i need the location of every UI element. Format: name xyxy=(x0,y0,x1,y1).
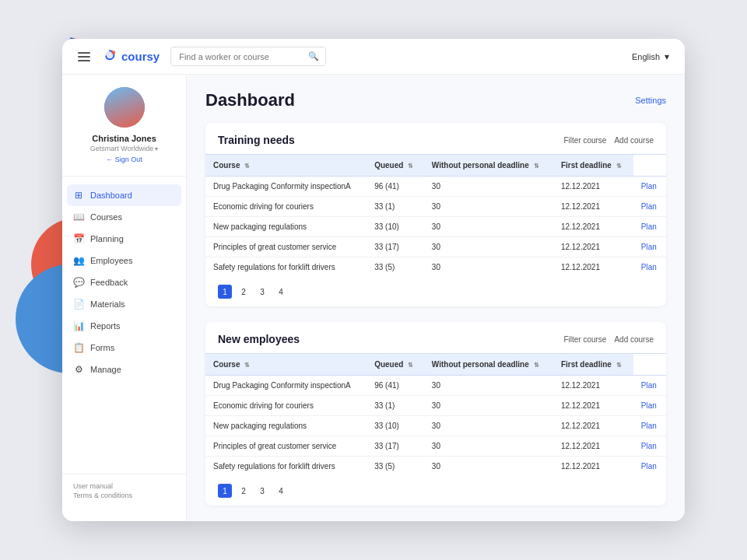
sidebar-item-feedback[interactable]: 💬 Feedback xyxy=(67,271,181,293)
sidebar-item-manage[interactable]: ⚙ Manage xyxy=(67,359,181,380)
page-1[interactable]: 1 xyxy=(218,285,232,299)
page-2[interactable]: 2 xyxy=(237,285,251,299)
plan-link[interactable]: Plan xyxy=(641,442,657,450)
add-course-link-2[interactable]: Add course xyxy=(614,335,654,344)
new-employees-title: New employees xyxy=(218,333,300,345)
plan-link[interactable]: Plan xyxy=(641,182,657,191)
hamburger-icon[interactable] xyxy=(78,52,90,61)
plan-link[interactable]: Plan xyxy=(641,422,657,430)
ne-page-2[interactable]: 2 xyxy=(237,484,251,498)
course-cell: Drug Packaging Conformity inspectionA xyxy=(205,177,366,197)
language-selector[interactable]: English xyxy=(632,52,660,61)
top-bar: coursy 🔍 English ▾ xyxy=(62,39,685,75)
sidebar-item-planning[interactable]: 📅 Planning xyxy=(67,228,181,250)
plan-link[interactable]: Plan xyxy=(641,462,657,471)
dashboard-icon: ⊞ xyxy=(73,190,84,201)
terms-link[interactable]: Terms & conditions xyxy=(73,492,175,499)
user-org-label: Getsmart Worldwide xyxy=(90,145,153,152)
action-cell: Plan xyxy=(633,217,666,237)
table-row: Economic driving for couriers 33 (1) 30 … xyxy=(205,396,666,416)
ne-page-3[interactable]: 3 xyxy=(255,484,269,498)
col-without-deadline-2[interactable]: Without personal deadline ⇅ xyxy=(424,354,553,376)
user-manual-link[interactable]: User manual xyxy=(73,482,175,490)
table-row: Principles of great customer service 33 … xyxy=(205,237,666,257)
new-employees-pagination: 1 2 3 4 xyxy=(205,476,666,506)
filter-course-link-2[interactable]: Filter course xyxy=(563,335,606,344)
avatar xyxy=(104,87,145,128)
add-course-link-1[interactable]: Add course xyxy=(614,136,654,145)
new-employees-section: New employees Filter course Add course C… xyxy=(205,322,666,506)
col-course-1[interactable]: Course ⇅ xyxy=(205,155,366,177)
without-deadline-cell: 30 xyxy=(424,257,553,278)
new-employees-table: Course ⇅ Queued ⇅ Without personal deadl… xyxy=(205,353,666,476)
sidebar-item-forms[interactable]: 📋 Forms xyxy=(67,337,181,359)
course-cell: Principles of great customer service xyxy=(205,436,366,457)
window-card: coursy 🔍 English ▾ Christina Jones Getsm… xyxy=(62,39,685,521)
settings-link[interactable]: Settings xyxy=(635,96,666,105)
first-deadline-cell: 12.12.2021 xyxy=(553,237,633,257)
col-first-deadline-2[interactable]: First deadline ⇅ xyxy=(553,354,633,376)
ne-page-1[interactable]: 1 xyxy=(218,484,232,498)
without-deadline-cell: 30 xyxy=(424,416,553,436)
page-header: Dashboard Settings xyxy=(205,90,666,110)
training-needs-section: Training needs Filter course Add course … xyxy=(205,123,666,306)
body-layout: Christina Jones Getsmart Worldwide ▾ ← S… xyxy=(62,75,685,521)
new-employees-actions: Filter course Add course xyxy=(563,335,654,344)
courses-icon: 📖 xyxy=(73,212,84,222)
action-cell: Plan xyxy=(633,177,666,197)
plan-link[interactable]: Plan xyxy=(641,222,657,231)
course-cell: New packaging regulations xyxy=(205,416,366,436)
col-queued-1[interactable]: Queued ⇅ xyxy=(366,155,424,177)
first-deadline-cell: 12.12.2021 xyxy=(553,376,633,396)
sign-out-link[interactable]: ← Sign Out xyxy=(106,156,142,163)
sidebar-item-employees[interactable]: 👥 Employees xyxy=(67,250,181,271)
search-input[interactable] xyxy=(171,48,302,65)
sidebar-item-reports[interactable]: 📊 Reports xyxy=(67,315,181,337)
new-employees-header: New employees Filter course Add course xyxy=(205,322,666,353)
queued-cell: 33 (10) xyxy=(366,217,424,237)
course-cell: Safety regulations for forklift drivers xyxy=(205,257,366,278)
sidebar-item-materials[interactable]: 📄 Materials xyxy=(67,293,181,315)
plan-link[interactable]: Plan xyxy=(641,381,657,390)
filter-course-link-1[interactable]: Filter course xyxy=(563,136,606,145)
search-button[interactable]: 🔍 xyxy=(302,47,325,65)
first-deadline-cell: 12.12.2021 xyxy=(553,217,633,237)
table-row: Drug Packaging Conformity inspectionA 96… xyxy=(205,177,666,197)
queued-cell: 96 (41) xyxy=(366,177,424,197)
page-4[interactable]: 4 xyxy=(274,285,288,299)
planning-icon: 📅 xyxy=(73,233,84,244)
first-deadline-cell: 12.12.2021 xyxy=(553,197,633,217)
first-deadline-cell: 12.12.2021 xyxy=(553,457,633,477)
plan-link[interactable]: Plan xyxy=(641,401,657,410)
plan-link[interactable]: Plan xyxy=(641,263,657,271)
sidebar-item-dashboard[interactable]: ⊞ Dashboard xyxy=(67,184,181,206)
reports-icon: 📊 xyxy=(73,320,84,331)
sidebar-item-courses[interactable]: 📖 Courses xyxy=(67,206,181,228)
plan-link[interactable]: Plan xyxy=(641,202,657,211)
col-course-2[interactable]: Course ⇅ xyxy=(205,354,366,376)
col-first-deadline-1[interactable]: First deadline ⇅ xyxy=(553,155,633,177)
page-3[interactable]: 3 xyxy=(255,285,269,299)
without-deadline-cell: 30 xyxy=(424,436,553,457)
user-section: Christina Jones Getsmart Worldwide ▾ ← S… xyxy=(62,87,186,177)
org-chevron-icon: ▾ xyxy=(155,145,158,152)
ne-page-4[interactable]: 4 xyxy=(274,484,288,498)
queued-cell: 96 (41) xyxy=(366,376,424,396)
table-row: Drug Packaging Conformity inspectionA 96… xyxy=(205,376,666,396)
lang-chevron-icon: ▾ xyxy=(665,51,669,62)
col-without-deadline-1[interactable]: Without personal deadline ⇅ xyxy=(424,155,553,177)
queued-cell: 33 (1) xyxy=(366,197,424,217)
top-logo: coursy xyxy=(101,48,160,65)
col-queued-2[interactable]: Queued ⇅ xyxy=(366,354,424,376)
table-row: New packaging regulations 33 (10) 30 12.… xyxy=(205,416,666,436)
table-row: Safety regulations for forklift drivers … xyxy=(205,457,666,477)
action-cell: Plan xyxy=(633,197,666,217)
feedback-icon: 💬 xyxy=(73,277,84,288)
svg-point-3 xyxy=(111,51,115,54)
user-org[interactable]: Getsmart Worldwide ▾ xyxy=(90,145,158,152)
plan-link[interactable]: Plan xyxy=(641,243,657,251)
queued-cell: 33 (17) xyxy=(366,237,424,257)
without-deadline-cell: 30 xyxy=(424,217,553,237)
training-needs-header: Training needs Filter course Add course xyxy=(205,123,666,154)
user-name: Christina Jones xyxy=(92,134,156,143)
